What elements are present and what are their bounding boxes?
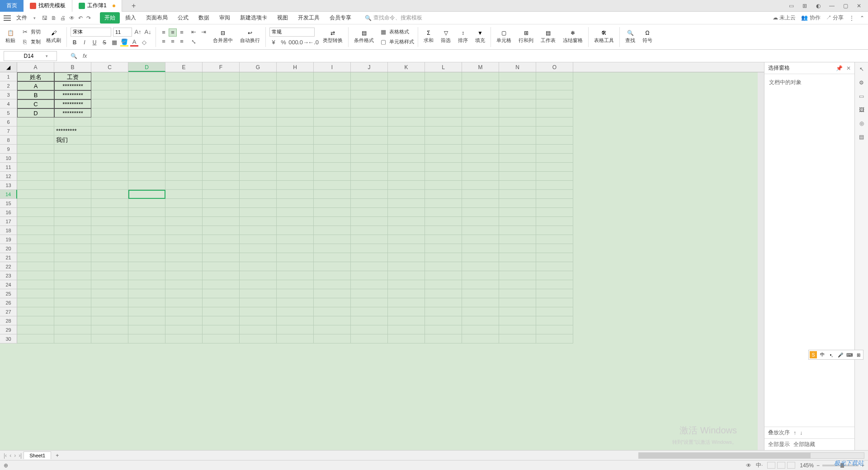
cell[interactable] [91, 181, 128, 190]
cell[interactable] [536, 253, 573, 262]
cell[interactable] [351, 217, 388, 226]
cell[interactable] [462, 90, 499, 99]
cell[interactable] [314, 81, 351, 90]
cell[interactable] [277, 307, 314, 316]
cell[interactable] [425, 280, 462, 289]
cell[interactable] [54, 271, 91, 280]
cell[interactable] [203, 235, 240, 244]
cell[interactable] [240, 118, 277, 127]
sheet-first-icon[interactable]: |‹ [4, 452, 7, 459]
cell[interactable] [499, 316, 536, 325]
cell[interactable] [536, 244, 573, 253]
cell[interactable] [91, 136, 128, 145]
cell-style-icon[interactable]: ▢ [379, 38, 387, 46]
cell[interactable] [54, 262, 91, 271]
cell[interactable]: 工资 [54, 72, 91, 81]
cell[interactable] [240, 154, 277, 163]
minimize-icon[interactable]: — [827, 1, 836, 10]
cell[interactable] [54, 334, 91, 343]
cell[interactable] [277, 145, 314, 154]
cell[interactable] [499, 172, 536, 181]
cell[interactable] [165, 244, 203, 253]
cell[interactable] [536, 81, 573, 90]
cell[interactable] [462, 181, 499, 190]
cell[interactable] [425, 90, 462, 99]
ribbon-tab-vip[interactable]: 会员专享 [325, 12, 356, 24]
cell[interactable] [240, 280, 277, 289]
cell[interactable] [499, 108, 536, 118]
cell[interactable] [499, 298, 536, 307]
cell[interactable] [91, 298, 128, 307]
cell[interactable] [277, 262, 314, 271]
cell[interactable] [314, 271, 351, 280]
cell[interactable] [314, 199, 351, 208]
cell[interactable]: ********* [54, 99, 91, 108]
cell[interactable] [351, 289, 388, 298]
cell[interactable] [165, 81, 203, 90]
type-convert[interactable]: ⇄类型转换 [321, 30, 344, 44]
cell[interactable] [351, 145, 388, 154]
filter[interactable]: ▽筛选 [439, 30, 453, 44]
cell[interactable] [388, 316, 425, 325]
cell[interactable] [351, 190, 388, 199]
cell[interactable] [203, 118, 240, 127]
cell[interactable] [165, 271, 203, 280]
cell[interactable] [240, 226, 277, 235]
cell[interactable] [240, 307, 277, 316]
col-header-A[interactable]: A [17, 62, 54, 72]
share-button[interactable]: ↗ 分享 [826, 14, 844, 22]
cell[interactable]: ********* [54, 81, 91, 90]
row-header[interactable]: 15 [0, 199, 17, 208]
cell[interactable] [499, 181, 536, 190]
cell[interactable] [54, 235, 91, 244]
cell[interactable] [499, 280, 536, 289]
formula-input[interactable] [91, 53, 868, 59]
cell[interactable] [17, 298, 54, 307]
cell[interactable] [91, 199, 128, 208]
cell[interactable] [240, 316, 277, 325]
col-header-J[interactable]: J [351, 62, 388, 72]
ime-grid-icon[interactable]: ⊞ [855, 351, 862, 358]
cell[interactable] [499, 127, 536, 136]
row-header[interactable]: 21 [0, 253, 17, 262]
cell[interactable] [425, 226, 462, 235]
cell[interactable]: B [17, 90, 54, 99]
cell[interactable] [17, 262, 54, 271]
cell[interactable] [240, 81, 277, 90]
cell[interactable] [203, 217, 240, 226]
cell[interactable] [314, 235, 351, 244]
cell[interactable] [203, 199, 240, 208]
cell[interactable] [536, 172, 573, 181]
cell[interactable] [536, 190, 573, 199]
number-format-select[interactable] [269, 28, 315, 37]
find[interactable]: 🔍查找 [623, 30, 637, 44]
cell[interactable] [314, 108, 351, 118]
cell[interactable] [462, 244, 499, 253]
tab-home[interactable]: 首页 [0, 0, 24, 12]
cell[interactable] [17, 163, 54, 172]
cell[interactable] [425, 289, 462, 298]
cell[interactable] [388, 127, 425, 136]
cell[interactable] [54, 325, 91, 334]
cell[interactable] [351, 271, 388, 280]
cell[interactable] [165, 253, 203, 262]
cell[interactable] [499, 72, 536, 81]
cell[interactable]: C [17, 99, 54, 108]
cell[interactable] [91, 316, 128, 325]
cell[interactable] [17, 226, 54, 235]
cell[interactable] [203, 127, 240, 136]
cell[interactable] [277, 118, 314, 127]
cell[interactable] [203, 81, 240, 90]
cell[interactable] [54, 163, 91, 172]
cell[interactable] [128, 127, 165, 136]
cell[interactable] [277, 108, 314, 118]
cell[interactable] [91, 217, 128, 226]
cell[interactable] [388, 81, 425, 90]
file-menu[interactable]: 文件 [13, 14, 31, 22]
cell[interactable] [128, 244, 165, 253]
cell[interactable] [54, 307, 91, 316]
cell[interactable] [425, 307, 462, 316]
rowcol-menu[interactable]: ⊞行和列 [517, 30, 535, 44]
cell[interactable] [165, 235, 203, 244]
cell[interactable] [425, 217, 462, 226]
